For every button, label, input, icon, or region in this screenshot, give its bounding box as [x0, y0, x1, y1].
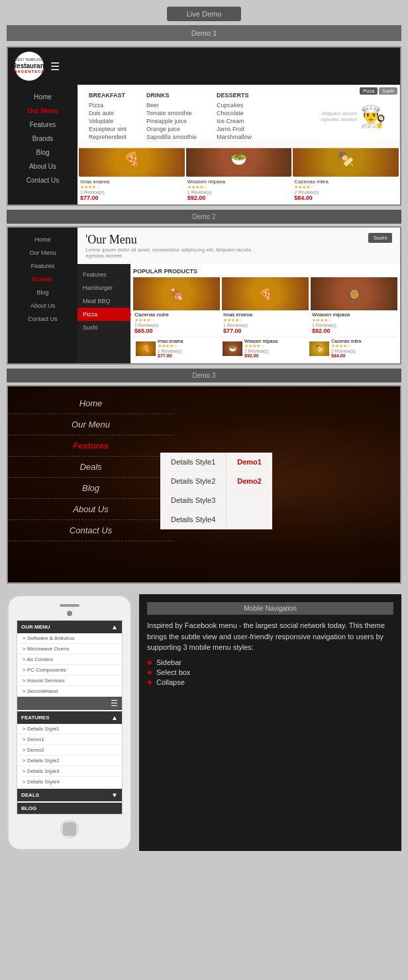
phone-hamburger-bar: ☰	[17, 697, 122, 710]
phone-features-header[interactable]: FEATURES ▲	[17, 711, 122, 724]
flyout-style4[interactable]: Details Style4	[160, 510, 226, 529]
demo1-products: 🍕 Imas enama ★★★★☆ 1 Review(s) $77.00 🥗 …	[77, 139, 400, 204]
sidebar-item-home[interactable]: Home	[8, 90, 77, 104]
phone-menu-item-4[interactable]: > PC Components	[17, 665, 122, 676]
phone-feat-item-1[interactable]: > Details Style1	[17, 724, 122, 735]
bullet-diamond-icon-1: ◆	[147, 658, 152, 666]
phone-menu-item-2[interactable]: > Microwave Ovens	[17, 644, 122, 654]
pizza-style-btn[interactable]: Pizza	[360, 87, 378, 95]
phone-feat-item-5[interactable]: > Details Style3	[17, 766, 122, 777]
phone-features-expand[interactable]: ▲	[111, 714, 118, 721]
mega-item[interactable]: Pineapple juice	[146, 117, 197, 125]
mega-item[interactable]: Ice Cream	[217, 117, 252, 125]
mega-item[interactable]: Pizza	[89, 101, 127, 109]
feat-hamburger[interactable]: Hamburger	[77, 281, 130, 294]
demo2-prod-grid: 🍖 Cazenas nutre ★★★★☆ 1 Review(s) $65.00…	[133, 277, 397, 335]
flyout-style1[interactable]: Details Style1	[160, 453, 226, 472]
phone-menu-item-3[interactable]: > Air Coolers	[17, 654, 122, 665]
d2-sidebar-about[interactable]: About Us	[8, 299, 77, 312]
feat-pizza[interactable]: Pizza ▶	[77, 308, 130, 321]
demo3-panel: Home Our Menu Features Deals Blog About …	[7, 385, 401, 584]
d2-sidebar-brands[interactable]: Brands	[8, 273, 77, 286]
mega-item[interactable]: Voluptate	[89, 117, 127, 125]
mega-item[interactable]: Duis aute	[89, 109, 127, 117]
sidebar-item-brands[interactable]: Brands	[8, 132, 77, 146]
d3-nav-deals[interactable]: Deals	[8, 457, 174, 478]
sidebar-item-ourmenu[interactable]: Our Menu	[8, 104, 77, 118]
hamburger-icon[interactable]: ☰	[50, 60, 60, 73]
mega-item[interactable]: Cupcakes	[217, 101, 252, 109]
demo1-panel: BEST TEMPLATE Restaurant MAGENTECH ☰ Hom…	[7, 46, 401, 206]
mega-item[interactable]: Excepteur sint	[89, 125, 127, 133]
product-price-1: $77.00	[80, 195, 183, 201]
feat-features[interactable]: Features	[77, 268, 130, 281]
phone-deals-header[interactable]: DEALS ▼	[17, 789, 122, 801]
demo3-flyout-dropdown: Details Style1 Details Style2 Details St…	[160, 453, 272, 529]
mega-item[interactable]: Jams Fruit	[217, 125, 252, 133]
phone-feat-item-6[interactable]: > Details Style4	[17, 777, 122, 787]
phone-menu-item-6[interactable]: > SecondHand	[17, 686, 122, 697]
phone-feat-item-4[interactable]: > Details Style2	[17, 756, 122, 766]
flyout-style3[interactable]: Details Style3	[160, 491, 226, 510]
sidebar-item-blog[interactable]: Blog	[8, 146, 77, 159]
feat-meatbbq[interactable]: Meat BBQ	[77, 294, 130, 308]
d3-nav-blog[interactable]: Blog	[8, 478, 174, 499]
bullet-collapse-label: Collapse	[156, 678, 185, 686]
d2-sidebar-contact[interactable]: Contact Us	[8, 312, 77, 326]
mega-item[interactable]: Orange juice	[146, 125, 197, 133]
bullet-sidebar-label: Sidebar	[156, 658, 181, 666]
flyout-demo2[interactable]: Demo2	[227, 472, 272, 491]
phone-features-label: FEATURES	[21, 715, 50, 721]
demo2-bp-img-1: 🍕	[136, 341, 156, 356]
product-info-2: Woasen mipasa ★★★★☆ 1 Review(s) $92.00	[186, 177, 292, 203]
flyout-styles-col: Details Style1 Details Style2 Details St…	[160, 453, 226, 529]
mega-item[interactable]: Chocolate	[217, 109, 252, 117]
product-info-3: Cazenas mitra ★★★★☆ 2 Review(s) $84.00	[293, 177, 399, 203]
phone-ourmenu-header[interactable]: OUR MENU ▲	[17, 621, 122, 633]
sidebar-item-about[interactable]: About Us	[8, 159, 77, 173]
demo2-prod-1: 🍖 Cazenas nutre ★★★★☆ 1 Review(s) $65.00	[133, 277, 220, 335]
mega-item[interactable]: Sapodilla smoothie	[146, 133, 197, 141]
d3-nav-about[interactable]: About Us	[8, 499, 174, 520]
product-reviewcount-3: 2 Review(s)	[294, 190, 397, 195]
product-name-1: Imas enama	[80, 179, 183, 185]
phone-feat-item-3[interactable]: > Demo2	[17, 745, 122, 756]
d3-nav-features[interactable]: Features	[8, 435, 174, 457]
demo2-sushi-btn[interactable]: Sushi	[368, 233, 392, 243]
phone-deals-expand[interactable]: ▼	[111, 791, 118, 799]
demo2-prod-3: 🥘 Woasen mipasa ★★★★☆ 1 Review(s) $92.00	[311, 277, 397, 335]
phone-home-button[interactable]	[60, 820, 79, 838]
phone-blog-header[interactable]: BLOG	[17, 803, 122, 814]
d3-nav-contact[interactable]: Contact Us	[8, 520, 174, 541]
mega-item[interactable]: Reprehenderit	[89, 133, 127, 141]
bullet-collapse: ◆ Collapse	[147, 678, 393, 686]
product-name-3: Cazenas mitra	[294, 179, 397, 185]
sushi-style-btn[interactable]: Sushi	[379, 87, 397, 95]
flyout-style2[interactable]: Details Style2	[160, 472, 226, 491]
phone-menu-item-1[interactable]: > Software & Antivirus	[17, 633, 122, 644]
d2-sidebar-blog[interactable]: Blog	[8, 286, 77, 299]
live-demo-button[interactable]: Live Demo	[167, 7, 242, 21]
d2-sidebar-features[interactable]: Features	[8, 259, 77, 273]
mobile-section: OUR MENU ▲ > Software & Antivirus > Micr…	[7, 588, 401, 858]
feat-sushi[interactable]: Sushi	[77, 321, 130, 334]
d2-sidebar-home[interactable]: Home	[8, 233, 77, 246]
mobile-description: Mobile Navigation Inspired by Facebook m…	[139, 594, 401, 851]
phone-hamburger-icon[interactable]: ☰	[111, 699, 118, 708]
d3-nav-ourmenu[interactable]: Our Menu	[8, 414, 174, 435]
phone-ourmenu-expand[interactable]: ▲	[111, 623, 118, 631]
demo2-subtitle: Lorem ipsum dolor sit amet, consectetur …	[85, 247, 258, 259]
phone-menu-item-5[interactable]: > Insural Services	[17, 676, 122, 686]
demo2-prod-reviews-1: 1 Review(s)	[134, 323, 219, 328]
mega-item[interactable]: Beer	[146, 101, 197, 109]
d3-nav-home[interactable]: Home	[8, 393, 174, 414]
sidebar-item-contact[interactable]: Contact Us	[8, 173, 77, 187]
mega-item[interactable]: Tomato smoothie	[146, 109, 197, 117]
flyout-demo1[interactable]: Demo1	[227, 453, 272, 472]
mega-col-desserts: DESSERTS Cupcakes Chocolate Ice Cream Ja…	[217, 92, 252, 141]
mega-item[interactable]: Marshmallow	[217, 133, 252, 141]
sidebar-item-features[interactable]: Features	[8, 118, 77, 132]
demo2-prod-img-3: 🥘	[311, 277, 397, 310]
d2-sidebar-ourmenu[interactable]: Our Menu	[8, 246, 77, 259]
phone-feat-item-2[interactable]: > Demo1	[17, 735, 122, 745]
